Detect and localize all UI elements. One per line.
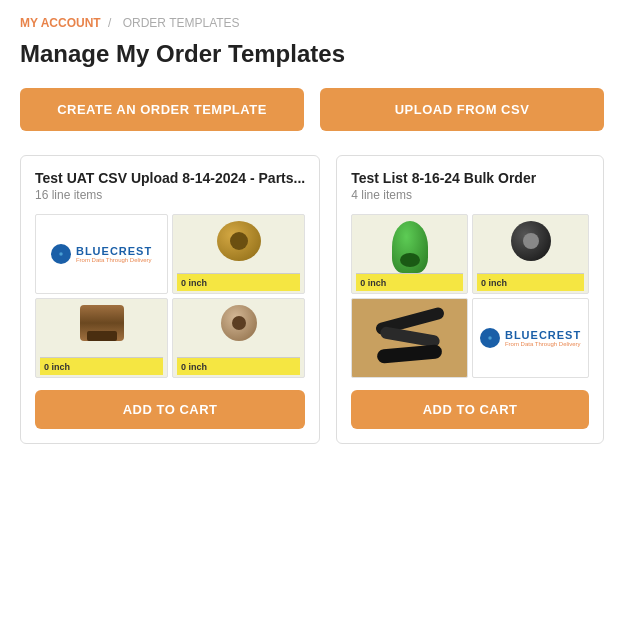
- seal-strip-3-icon: [377, 344, 443, 364]
- ruler-bar-4: 0 inch: [356, 273, 463, 291]
- template-1-add-to-cart-button[interactable]: ADD TO CART: [35, 390, 305, 429]
- breadcrumb-separator: /: [108, 16, 111, 30]
- template-2-images: 0 inch 0 inch: [351, 214, 589, 378]
- create-order-template-button[interactable]: CREATE AN ORDER TEMPLATE: [20, 88, 304, 131]
- template-2-image-2: 0 inch: [472, 214, 589, 294]
- breadcrumb: MY ACCOUNT / ORDER TEMPLATES: [20, 16, 604, 30]
- template-1-image-3: 0 inch: [35, 298, 168, 378]
- bluecrest-circle-icon: [51, 244, 71, 264]
- template-2-image-3: [351, 298, 468, 378]
- template-2-items: 4 line items: [351, 188, 589, 202]
- ruler-bar-2: 0 inch: [40, 357, 163, 375]
- template-1-image-2: 0 inch: [172, 214, 305, 294]
- brown-bushing-icon: [80, 305, 124, 341]
- bluecrest-logo-2: BLUECREST From Data Through Delivery: [480, 328, 581, 348]
- template-2-image-4: BLUECREST From Data Through Delivery: [472, 298, 589, 378]
- template-2-add-to-cart-button[interactable]: ADD TO CART: [351, 390, 589, 429]
- black-seals-icon: [375, 315, 445, 361]
- bluecrest-text-2: BLUECREST From Data Through Delivery: [505, 329, 581, 348]
- breadcrumb-account-link[interactable]: MY ACCOUNT: [20, 16, 101, 30]
- black-ring-icon: [511, 221, 551, 261]
- template-card-1: Test UAT CSV Upload 8-14-2024 - Parts...…: [20, 155, 320, 444]
- ruler-bar-5: 0 inch: [477, 273, 584, 291]
- templates-grid: Test UAT CSV Upload 8-14-2024 - Parts...…: [20, 155, 604, 444]
- template-2-name: Test List 8-16-24 Bulk Order: [351, 170, 589, 186]
- gold-bushing-icon: [217, 221, 261, 261]
- breadcrumb-current: ORDER TEMPLATES: [123, 16, 240, 30]
- bluecrest-inner-2-icon: [486, 334, 494, 342]
- action-buttons: CREATE AN ORDER TEMPLATE UPLOAD FROM CSV: [20, 88, 604, 131]
- green-plug-icon: [392, 221, 428, 273]
- template-1-image-4: 0 inch: [172, 298, 305, 378]
- template-1-images: BLUECREST From Data Through Delivery 0 i…: [35, 214, 305, 378]
- ruler-bar: 0 inch: [177, 273, 300, 291]
- bluecrest-inner-icon: [57, 250, 65, 258]
- template-card-2: Test List 8-16-24 Bulk Order 4 line item…: [336, 155, 604, 444]
- page-title: Manage My Order Templates: [20, 40, 604, 68]
- template-1-items: 16 line items: [35, 188, 305, 202]
- template-2-image-1: 0 inch: [351, 214, 468, 294]
- tan-bushing-icon: [221, 305, 257, 341]
- template-1-image-1: BLUECREST From Data Through Delivery: [35, 214, 168, 294]
- upload-from-csv-button[interactable]: UPLOAD FROM CSV: [320, 88, 604, 131]
- bluecrest-circle-2-icon: [480, 328, 500, 348]
- template-1-name: Test UAT CSV Upload 8-14-2024 - Parts...: [35, 170, 305, 186]
- bluecrest-logo: BLUECREST From Data Through Delivery: [51, 244, 152, 264]
- ruler-bar-3: 0 inch: [177, 357, 300, 375]
- bluecrest-text: BLUECREST From Data Through Delivery: [76, 245, 152, 264]
